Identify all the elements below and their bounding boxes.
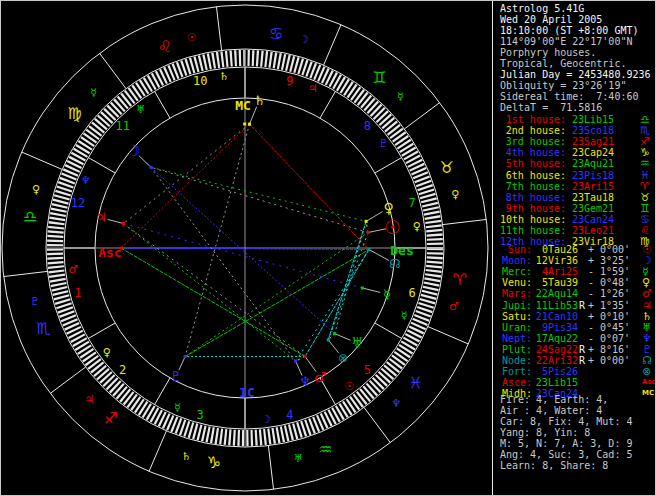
planet-velocity: - 0°48' — [588, 277, 630, 288]
planet-label: Satu: — [500, 311, 532, 322]
planet-label: Asce: — [500, 377, 532, 388]
planet-position-value: 4Ari25 — [534, 266, 578, 277]
house-label: 6th house: — [500, 170, 566, 181]
planet-label: Venu: — [500, 277, 532, 288]
info-panel: Astrolog 5.41GWed 20 April 200518:10:00 … — [0, 0, 656, 496]
header-line: Porphyry houses. — [500, 47, 596, 58]
planet-position-value: 22Ari32 — [534, 355, 578, 366]
house-cusp-value: 23Sco18 — [572, 125, 614, 136]
planet-label: Plut: — [500, 344, 532, 355]
planet-velocity: - 0°45' — [588, 322, 630, 333]
planet-velocity: + 0°00' — [588, 244, 630, 255]
header-line: Astrolog 5.41G — [500, 3, 584, 14]
header-line: Julian Day = 2453480.9236 — [500, 69, 651, 80]
house-cusp-value: 23Tau18 — [572, 192, 614, 203]
stats-line: M: 5, N: 7, A: 3, D: 9 — [500, 438, 632, 449]
header-line: Obliquity = 23°26'19" — [500, 80, 626, 91]
retrograde-flag: R — [579, 300, 585, 311]
header-line: DeltaT = 71.5816 — [500, 102, 602, 113]
planet-position-value: 21Can10 — [534, 311, 578, 322]
retrograde-flag: R — [579, 355, 585, 366]
header-line: Tropical, Geocentric. — [500, 58, 626, 69]
planet-velocity: + 1°35' — [588, 300, 630, 311]
zodiac-sign-icon: ♓ — [640, 170, 650, 181]
planet-icon: ♂ — [642, 288, 652, 299]
zodiac-sign-icon: ♒ — [640, 158, 650, 169]
stats-line: Yang: 8, Yin: 8 — [500, 427, 590, 438]
planet-label: Fort: — [500, 366, 532, 377]
planet-label: Nept: — [500, 333, 532, 344]
house-label: 5th house: — [500, 158, 566, 169]
house-label: 8th house: — [500, 192, 566, 203]
house-label: 7th house: — [500, 181, 566, 192]
stats-line: Ang: 4, Suc: 3, Cad: 5 — [500, 449, 632, 460]
header-line: 18:10:00 (ST +8:00 GMT) — [500, 25, 638, 36]
house-label: 9th house: — [500, 203, 566, 214]
planet-label: Mars: — [500, 288, 532, 299]
stats-line: Fire: 4, Earth: 4, — [500, 394, 608, 405]
planet-velocity: + 0°00' — [588, 355, 630, 366]
header-line: 114°09'00"E 22°17'00"N — [500, 36, 632, 47]
stats-line: Air : 4, Water: 4 — [500, 405, 602, 416]
house-label: 10th house: — [500, 214, 566, 225]
planet-label: Sun: — [500, 244, 532, 255]
house-cusp-value: 23Ari15 — [572, 181, 614, 192]
house-label: 4th house: — [500, 147, 566, 158]
planet-label: Merc: — [500, 266, 532, 277]
house-cusp-value: 23Gem21 — [572, 203, 614, 214]
header-line: Sidereal time: 7:40:60 — [500, 91, 638, 102]
planet-position-value: 17Aqu22 — [534, 333, 578, 344]
planet-position-value: 23Lib15 — [534, 377, 578, 388]
stats-line: Car: 8, Fix: 4, Mut: 4 — [500, 416, 632, 427]
planet-position-value: 22Aqu14 — [534, 288, 578, 299]
house-label: 1st house: — [500, 114, 566, 125]
planet-label: Uran: — [500, 322, 532, 333]
planet-velocity: + 3°25' — [588, 255, 630, 266]
house-cusp-value: 23Cap24 — [572, 147, 614, 158]
planet-icon: ⊗ — [642, 366, 651, 377]
stats-line: Learn: 8, Share: 8 — [500, 460, 608, 471]
planet-label: Jupi: — [500, 300, 532, 311]
astrolog-window: ♈♂♉♀♊☿♋☽♌☉♍☿♎♀♏♇♐♃♑♄♒♅♓♆1♂2♀3☿4☽5☉6☿7♀8♇… — [0, 0, 656, 496]
house-cusp-value: 23Pis18 — [572, 170, 614, 181]
planet-icon: Asc — [642, 377, 656, 388]
header-line: Wed 20 April 2005 — [500, 14, 602, 25]
planet-label: Node: — [500, 355, 532, 366]
house-cusp-value: 23Leo21 — [572, 225, 614, 236]
planet-velocity: - 1°59' — [588, 266, 630, 277]
planet-icon: MC — [642, 388, 654, 399]
house-label: 11th house: — [500, 225, 566, 236]
planet-position-value: 5Tau39 — [534, 277, 578, 288]
planet-position-value: 0Tau26 — [534, 244, 578, 255]
planet-position-value: 11Lib53 — [534, 300, 578, 311]
house-label: 3rd house: — [500, 136, 566, 147]
planet-position-value: 9Pis34 — [534, 322, 578, 333]
house-cusp-value: 23Sag21 — [572, 136, 614, 147]
house-cusp-value: 23Can24 — [572, 214, 614, 225]
house-cusp-value: 23Aqu21 — [572, 158, 614, 169]
planet-label: Moon: — [500, 255, 532, 266]
planet-position-value: 5Pis26 — [534, 366, 578, 377]
retrograde-flag: R — [579, 344, 585, 355]
planet-icon: ♄ — [642, 311, 652, 322]
planet-velocity: + 8°16' — [588, 344, 630, 355]
planet-velocity: - 1°26' — [588, 288, 630, 299]
house-cusp-value: 23Lib15 — [572, 114, 614, 125]
house-label: 2nd house: — [500, 125, 566, 136]
planet-velocity: - 0°07' — [588, 333, 630, 344]
planet-icon: ♃ — [642, 300, 652, 311]
zodiac-sign-icon: ♈ — [640, 181, 650, 192]
planet-position-value: 24Sag22 — [534, 344, 578, 355]
planet-velocity: + 0°10' — [588, 311, 630, 322]
planet-position-value: 12Vir36 — [534, 255, 578, 266]
